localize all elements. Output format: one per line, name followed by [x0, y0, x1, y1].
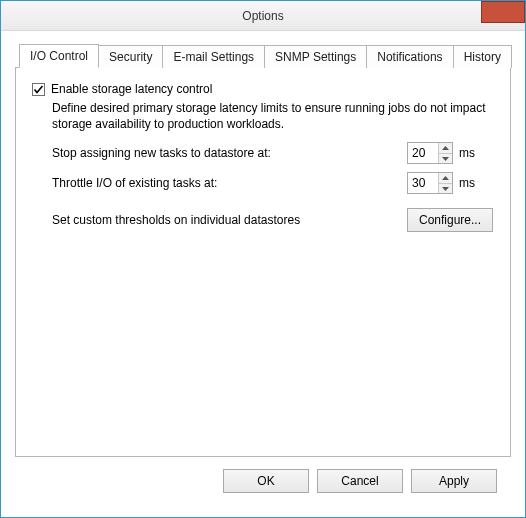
tab-notifications[interactable]: Notifications: [366, 45, 453, 68]
tab-snmp-settings[interactable]: SNMP Settings: [264, 45, 367, 68]
window-title: Options: [1, 9, 525, 23]
chevron-down-icon: [442, 187, 449, 191]
enable-row: Enable storage latency control: [32, 82, 494, 96]
stop-input[interactable]: [408, 143, 438, 163]
throttle-row: Throttle I/O of existing tasks at: ms: [52, 172, 494, 194]
chevron-down-icon: [442, 157, 449, 161]
throttle-label: Throttle I/O of existing tasks at:: [52, 176, 407, 190]
tab-strip: I/O Control Security E-mail Settings SNM…: [19, 43, 511, 67]
throttle-spin-up[interactable]: [439, 173, 452, 184]
client-area: I/O Control Security E-mail Settings SNM…: [1, 31, 525, 517]
titlebar: Options: [1, 1, 525, 31]
stop-spin-down[interactable]: [439, 154, 452, 164]
throttle-spin-down[interactable]: [439, 184, 452, 194]
tab-history[interactable]: History: [453, 45, 512, 68]
tab-panel-io-control: Enable storage latency control Define de…: [15, 67, 511, 457]
cancel-button[interactable]: Cancel: [317, 469, 403, 493]
throttle-input[interactable]: [408, 173, 438, 193]
tab-email-settings[interactable]: E-mail Settings: [162, 45, 265, 68]
close-button[interactable]: [481, 1, 525, 23]
stop-spin-up[interactable]: [439, 143, 452, 154]
stop-label: Stop assigning new tasks to datastore at…: [52, 146, 407, 160]
tab-io-control[interactable]: I/O Control: [19, 44, 99, 68]
throttle-unit: ms: [459, 176, 475, 190]
options-window: Options I/O Control Security E-mail Sett…: [0, 0, 526, 518]
stop-unit: ms: [459, 146, 475, 160]
ok-button[interactable]: OK: [223, 469, 309, 493]
enable-description: Define desired primary storage latency l…: [52, 100, 492, 132]
dialog-footer: OK Cancel Apply: [15, 457, 511, 507]
custom-label: Set custom thresholds on individual data…: [52, 213, 407, 227]
enable-label: Enable storage latency control: [51, 82, 212, 96]
custom-row: Set custom thresholds on individual data…: [52, 208, 494, 232]
stop-spinner: [407, 142, 453, 164]
stop-row: Stop assigning new tasks to datastore at…: [52, 142, 494, 164]
apply-button[interactable]: Apply: [411, 469, 497, 493]
chevron-up-icon: [442, 176, 449, 180]
check-icon: [33, 84, 44, 95]
tab-security[interactable]: Security: [98, 45, 163, 68]
enable-checkbox[interactable]: [32, 83, 45, 96]
chevron-up-icon: [442, 146, 449, 150]
configure-button[interactable]: Configure...: [407, 208, 493, 232]
throttle-spinner: [407, 172, 453, 194]
